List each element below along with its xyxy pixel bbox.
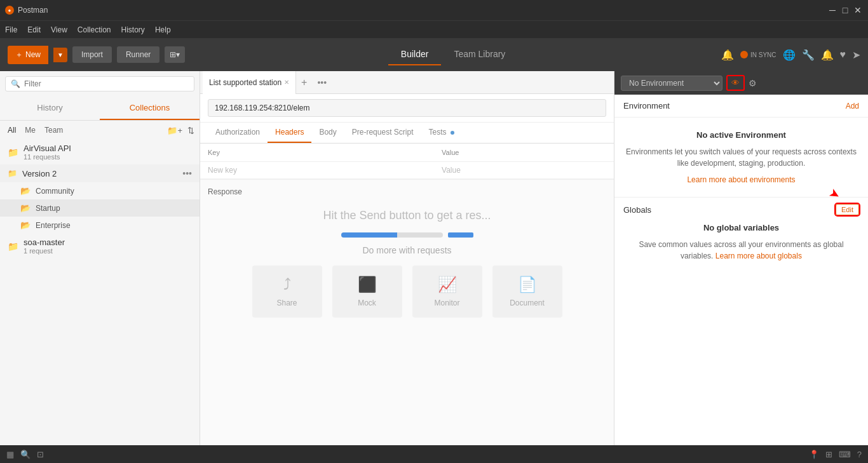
menu-help[interactable]: Help [155, 25, 171, 34]
search-icon: 🔍 [11, 79, 20, 88]
add-folder-icon[interactable]: 📁+ [167, 126, 182, 135]
url-bar: 192.168.119.254:8210/elem [200, 94, 614, 123]
sidebar: 🔍 History Collections All Me Team 📁+ ⇅ 📁… [0, 71, 200, 445]
request-tab-active[interactable]: List supported station ✕ [203, 71, 296, 94]
tab-tests[interactable]: Tests [421, 123, 461, 143]
add-env-button[interactable]: Add [846, 102, 859, 111]
menu-collection[interactable]: Collection [78, 25, 111, 34]
search-status-icon[interactable]: 🔍 [20, 450, 31, 459]
tests-dot [451, 131, 454, 135]
runner-button[interactable]: Runner [117, 46, 159, 63]
columns-status-icon[interactable]: ⊞ [825, 450, 832, 459]
sub-item-community[interactable]: 📂 Community [0, 182, 200, 199]
env-gear-button[interactable]: ⚙ [749, 78, 757, 88]
collection-title: AirVisual API [24, 144, 71, 153]
collection-info: AirVisual API 11 requests [24, 144, 71, 161]
title-bar: ● Postman ─ □ ✕ [0, 0, 868, 20]
version-menu-icon[interactable]: ••• [182, 168, 192, 178]
sidebar-search-wrap: 🔍 [0, 71, 200, 97]
new-key-cell[interactable]: New key [200, 162, 434, 179]
filter-me[interactable]: Me [22, 124, 38, 136]
maximize-button[interactable]: □ [840, 5, 850, 15]
learn-more-env-link[interactable]: Learn more about environments [687, 175, 795, 184]
tab-builder[interactable]: Builder [388, 44, 442, 65]
close-button[interactable]: ✕ [853, 5, 863, 15]
progress-bar-wrap [208, 232, 606, 238]
box-status-icon[interactable]: ⊡ [37, 450, 44, 459]
menu-file[interactable]: File [5, 25, 17, 34]
request-area: List supported station ✕ + ••• 192.168.1… [200, 71, 614, 445]
window-controls[interactable]: ─ □ ✕ [827, 5, 863, 15]
main-layout: 🔍 History Collections All Me Team 📁+ ⇅ 📁… [0, 71, 868, 445]
settings-icon[interactable]: 🔧 [802, 49, 815, 61]
tab-team-library[interactable]: Team Library [441, 44, 518, 65]
notification-icon[interactable]: 🔔 [721, 49, 734, 61]
title-bar-left: ● Postman [5, 6, 48, 15]
edit-btn-wrap: ➤ Edit [836, 204, 859, 215]
send-icon[interactable]: ➤ [852, 49, 860, 61]
minimize-button[interactable]: ─ [827, 5, 837, 15]
menu-history[interactable]: History [121, 25, 145, 34]
filter-all[interactable]: All [5, 124, 18, 136]
response-area: Response Hit the Send button to get a re… [200, 179, 614, 445]
search-input[interactable] [24, 79, 189, 88]
env-toolbar-row: No Environment 👁 ⚙ [614, 71, 868, 95]
globe-icon[interactable]: 🌐 [783, 49, 796, 61]
globals-title: Globals [623, 205, 651, 215]
sort-icon[interactable]: ⇅ [187, 126, 194, 135]
location-status-icon[interactable]: 📍 [809, 450, 819, 459]
layout-button[interactable]: ⊞▾ [165, 46, 185, 63]
mock-card[interactable]: ⬛ Mock [332, 265, 402, 318]
status-bar: ▦ 🔍 ⊡ 📍 ⊞ ⌨ ? [0, 445, 868, 463]
folder-icon: 📁 [8, 147, 18, 158]
no-globals-desc: Save common values across all your envir… [623, 239, 859, 262]
right-panel-header: Environment Add [614, 95, 868, 117]
headers-table-wrap: Key Value New key Value [200, 144, 614, 179]
share-card[interactable]: ⤴ Share [252, 265, 322, 318]
sidebar-tab-collections[interactable]: Collections [100, 97, 200, 120]
layout-status-icon[interactable]: ▦ [6, 450, 14, 459]
menu-view[interactable]: View [51, 25, 67, 34]
sub-item-startup[interactable]: 📂 Startup [0, 199, 200, 217]
collection-soa-master[interactable]: 📁 soa-master 1 request [0, 234, 200, 258]
sub-item-label: Community [36, 187, 74, 196]
bell-icon[interactable]: 🔔 [821, 49, 834, 61]
filter-team[interactable]: Team [42, 124, 65, 136]
tab-authorization[interactable]: Authorization [208, 123, 268, 143]
no-globals-title: No global variables [623, 223, 859, 232]
url-display: 192.168.119.254:8210/elem [208, 99, 606, 117]
response-label: Response [208, 187, 606, 196]
heart-icon[interactable]: ♥ [840, 49, 846, 60]
tab-pre-request[interactable]: Pre-request Script [344, 123, 421, 143]
progress-bar-bg [341, 232, 443, 238]
import-button[interactable]: Import [72, 46, 112, 63]
folder-icon: 📁 [8, 241, 18, 252]
monitor-card[interactable]: 📈 Monitor [412, 265, 482, 318]
tab-close-icon[interactable]: ✕ [284, 79, 289, 86]
sub-item-enterprise[interactable]: 📂 Enterprise [0, 217, 200, 234]
menu-edit[interactable]: Edit [27, 25, 41, 34]
collection-subtitle: 11 requests [24, 153, 71, 161]
monitor-icon: 📈 [438, 276, 457, 293]
globals-edit-button[interactable]: Edit [836, 204, 859, 215]
tab-headers[interactable]: Headers [268, 123, 311, 143]
new-button[interactable]: ＋ New [8, 46, 48, 64]
mock-icon: ⬛ [358, 276, 377, 293]
version-title: Version 2 [22, 169, 177, 178]
sidebar-tab-history[interactable]: History [0, 97, 100, 120]
version-header[interactable]: 📁 Version 2 ••• [0, 164, 200, 182]
tab-body[interactable]: Body [311, 123, 344, 143]
document-card[interactable]: 📄 Document [492, 265, 562, 318]
builder-tabs: Builder Team Library [388, 44, 519, 65]
env-eye-button[interactable]: 👁 [726, 75, 745, 91]
keyboard-status-icon[interactable]: ⌨ [839, 450, 851, 459]
question-status-icon[interactable]: ? [857, 450, 862, 459]
more-tabs-button[interactable]: ••• [312, 77, 332, 88]
add-tab-button[interactable]: + [296, 77, 312, 88]
collection-airvisual[interactable]: 📁 AirVisual API 11 requests [0, 140, 200, 164]
new-value-cell[interactable]: Value [434, 162, 614, 179]
do-more-cards: ⤴ Share ⬛ Mock 📈 Monitor 📄 Document [208, 265, 606, 318]
new-arrow-button[interactable]: ▼ [53, 48, 67, 62]
learn-more-globals-link[interactable]: Learn more about globals [715, 252, 802, 260]
environment-select[interactable]: No Environment [621, 76, 722, 91]
